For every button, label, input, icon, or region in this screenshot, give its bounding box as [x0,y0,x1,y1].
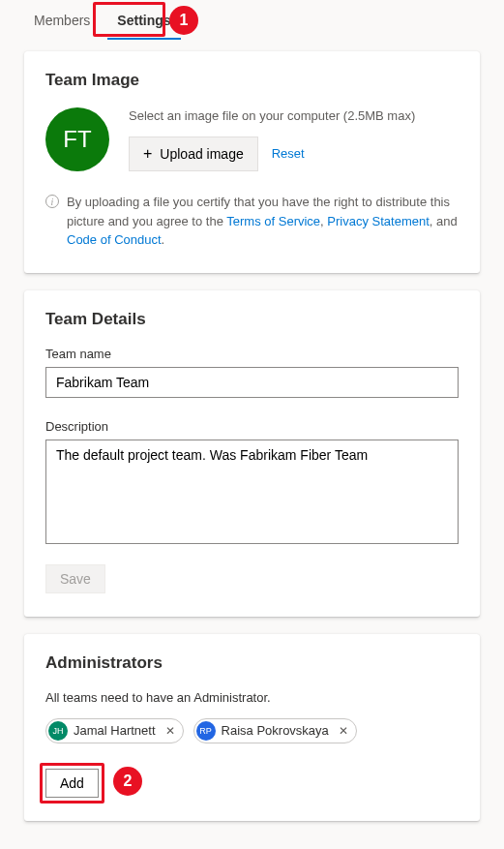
description-label: Description [45,419,459,434]
upload-prompt: Select an image file on your computer (2… [129,108,459,123]
administrators-desc: All teams need to have an Administrator. [45,690,459,705]
team-avatar: FT [45,107,109,171]
tab-members[interactable]: Members [24,5,100,40]
info-icon: i [45,195,59,208]
reset-link[interactable]: Reset [272,146,305,161]
team-name-label: Team name [45,347,459,361]
admin-chip-list: JHJamal Hartnett✕RPRaisa Pokrovskaya✕ [45,718,459,743]
administrators-panel: Administrators All teams need to have an… [24,634,480,821]
admin-chip[interactable]: RPRaisa Pokrovskaya✕ [193,718,357,743]
upload-image-label: Upload image [160,146,243,162]
admin-name: Raisa Pokrovskaya [222,723,329,738]
annotation-callout-1: 1 [169,6,198,35]
annotation-callout-2: 2 [113,767,142,796]
admin-name: Jamal Hartnett [74,723,156,738]
admin-avatar: RP [196,721,216,741]
team-image-panel: Team Image FT Select an image file on yo… [24,51,480,273]
save-button[interactable]: Save [45,564,105,593]
privacy-statement-link[interactable]: Privacy Statement [327,214,430,228]
administrators-heading: Administrators [45,653,459,673]
team-details-heading: Team Details [45,310,459,329]
admin-avatar: JH [48,721,68,741]
plus-icon: + [143,145,152,163]
team-image-heading: Team Image [45,71,459,90]
terms-of-service-link[interactable]: Terms of Service [226,214,320,228]
admin-chip[interactable]: JHJamal Hartnett✕ [45,718,184,743]
code-of-conduct-link[interactable]: Code of Conduct [67,232,162,247]
upload-image-button[interactable]: + Upload image [129,136,258,171]
remove-admin-icon[interactable]: ✕ [165,724,175,738]
tab-bar: Members Settings [0,0,504,40]
remove-admin-icon[interactable]: ✕ [339,724,348,738]
team-name-input[interactable] [45,367,459,398]
upload-disclaimer: By uploading a file you certify that you… [67,193,459,250]
team-details-panel: Team Details Team name Description Save [24,290,480,617]
description-textarea[interactable] [45,440,459,544]
add-admin-button[interactable]: Add [45,769,99,798]
